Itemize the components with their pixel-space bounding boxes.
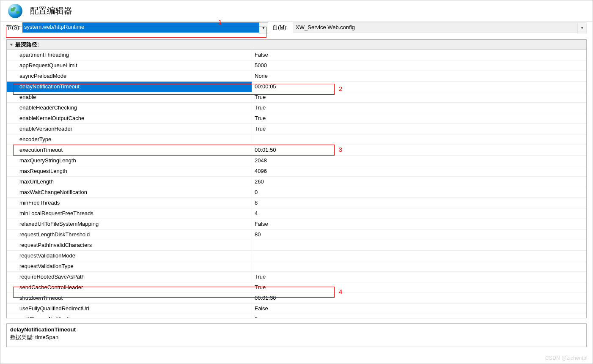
property-row[interactable]: requireRootedSaveAsPathTrue [7,272,586,282]
property-value[interactable]: 00:01:50 [252,145,586,155]
property-name: maxRequestLength [7,166,252,176]
property-row[interactable]: requestLengthDiskThreshold80 [7,230,586,240]
property-name: maxWaitChangeNotification [7,187,252,197]
property-name: shutdownTimeout [7,293,252,303]
property-value[interactable] [252,261,586,271]
property-name: asyncPreloadMode [7,71,252,81]
property-name: appRequestQueueLimit [7,60,252,71]
property-row[interactable]: requestValidationType [7,261,586,272]
property-row[interactable]: enableVersionHeaderTrue [7,124,586,134]
property-row[interactable]: relaxedUrlToFileSystemMappingFalse [7,219,586,230]
property-name: minFreeThreads [7,198,252,208]
property-row[interactable]: minLocalRequestFreeThreads4 [7,208,586,219]
section-dropdown-icon[interactable]: ▼ [259,22,268,33]
watermark: CSDN @zichentbl [545,355,588,361]
group-title: 最深路径: [15,41,39,49]
property-value[interactable]: 4096 [252,166,586,176]
description-title: delayNotificationTimeout [10,326,583,333]
description-panel: delayNotificationTimeout 数据类型: timeSpan [6,323,587,347]
property-grid: ▾ 最深路径: apartmentThreadingFalseappReques… [6,39,587,318]
property-row[interactable]: minFreeThreads8 [7,198,586,208]
property-name: requestPathInvalidCharacters [7,240,252,250]
property-name: apartmentThreading [7,50,252,60]
property-value[interactable] [252,251,586,261]
property-row[interactable]: useFullyQualifiedRedirectUrlFalse [7,304,586,314]
property-name: requireRootedSaveAsPath [7,272,252,282]
property-row[interactable]: delayNotificationTimeout00:00:05 [7,82,586,92]
property-name: requestValidationType [7,261,252,271]
property-row[interactable]: encoderType [7,134,586,145]
property-value[interactable]: 260 [252,177,586,187]
property-row[interactable]: executionTimeout00:01:50 [7,145,586,156]
property-name: requestValidationMode [7,251,252,261]
property-name: encoderType [7,134,252,145]
property-value[interactable]: False [252,304,586,314]
property-value[interactable]: 0 [252,314,586,318]
section-input[interactable]: system.web/httpRuntime [22,22,259,33]
property-row[interactable]: waitChangeNotification0 [7,314,586,318]
section-label: 节(S): [6,24,21,31]
property-name: enableHeaderChecking [7,103,252,113]
property-name: delayNotificationTimeout [7,82,252,92]
property-value[interactable]: True [252,103,586,113]
property-name: maxQueryStringLength [7,156,252,166]
property-value[interactable]: 4 [252,208,586,219]
property-row[interactable]: requestValidationMode [7,251,586,261]
path-bar: 节(S): system.web/httpRuntime ▼ 自(M): XW_… [0,22,593,35]
property-value[interactable] [252,134,586,145]
from-combobox[interactable]: XW_Service Web.config ▾ [293,22,587,33]
property-value[interactable]: 2048 [252,156,586,166]
property-name: sendCacheControlHeader [7,282,252,293]
config-editor-window: 配置编辑器 节(S): system.web/httpRuntime ▼ 自(M… [0,0,593,364]
property-row[interactable]: maxRequestLength4096 [7,166,586,177]
group-header[interactable]: ▾ 最深路径: [7,40,586,50]
property-row[interactable]: enableTrue [7,92,586,103]
property-value[interactable]: 0 [252,187,586,197]
property-name: enableKernelOutputCache [7,113,252,123]
property-name: relaxedUrlToFileSystemMapping [7,219,252,229]
property-value[interactable]: True [252,272,586,282]
property-row[interactable]: requestPathInvalidCharacters [7,240,586,251]
property-row[interactable]: sendCacheControlHeaderTrue [7,282,586,293]
property-value[interactable]: False [252,50,586,60]
property-row[interactable]: appRequestQueueLimit5000 [7,60,586,71]
property-name: enable [7,92,252,102]
from-input[interactable]: XW_Service Web.config [293,22,577,33]
property-value[interactable]: 8 [252,198,586,208]
property-value[interactable]: True [252,282,586,293]
property-value[interactable]: 00:01:30 [252,293,586,303]
property-row[interactable]: enableHeaderCheckingTrue [7,103,586,113]
property-name: maxUrlLength [7,177,252,187]
property-name: minLocalRequestFreeThreads [7,208,252,219]
property-name: waitChangeNotification [7,314,252,318]
property-value[interactable]: False [252,219,586,229]
property-value[interactable] [252,240,586,250]
from-dropdown-icon[interactable]: ▾ [577,22,587,33]
window-title: 配置编辑器 [30,5,72,16]
globe-icon [8,4,22,18]
property-name: enableVersionHeader [7,124,252,134]
property-name: executionTimeout [7,145,252,155]
property-row[interactable]: shutdownTimeout00:01:30 [7,293,586,304]
grid-body: apartmentThreadingFalseappRequestQueueLi… [7,50,586,318]
property-value[interactable]: True [252,113,586,123]
property-row[interactable]: maxUrlLength260 [7,177,586,187]
property-value[interactable]: 00:00:05 [252,82,586,92]
property-name: requestLengthDiskThreshold [7,230,252,240]
chevron-down-icon: ▾ [10,43,13,47]
description-body: 数据类型: timeSpan [10,334,583,341]
property-name: useFullyQualifiedRedirectUrl [7,304,252,314]
property-row[interactable]: apartmentThreadingFalse [7,50,586,60]
titlebar: 配置编辑器 [0,0,593,22]
property-value[interactable]: True [252,124,586,134]
property-value[interactable]: True [252,92,586,102]
section-combobox[interactable]: system.web/httpRuntime ▼ [22,22,268,33]
property-value[interactable]: 5000 [252,60,586,71]
property-value[interactable]: 80 [252,230,586,240]
property-row[interactable]: asyncPreloadModeNone [7,71,586,82]
property-row[interactable]: maxQueryStringLength2048 [7,156,586,166]
from-label: 自(M): [272,24,288,31]
property-value[interactable]: None [252,71,586,81]
property-row[interactable]: maxWaitChangeNotification0 [7,187,586,198]
property-row[interactable]: enableKernelOutputCacheTrue [7,113,586,124]
